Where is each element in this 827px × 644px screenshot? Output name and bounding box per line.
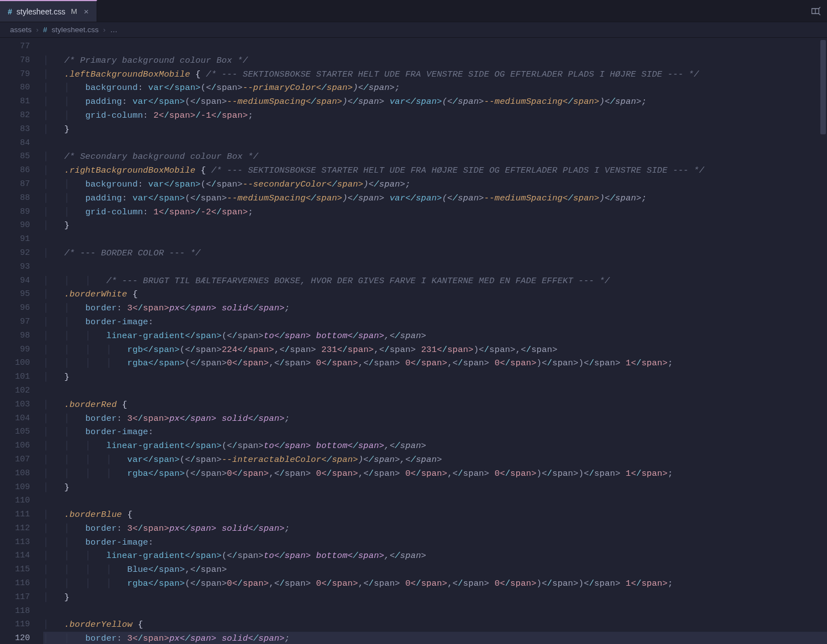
code-line[interactable]: │ │ │ │ rgba</span>(</span>0</span>,</sp… — [43, 356, 827, 370]
code-line[interactable]: │ .borderBlue { — [43, 508, 827, 522]
modified-badge: M — [71, 7, 77, 16]
breadcrumb-segment-file[interactable]: stylesheet.css — [52, 26, 99, 34]
code-line[interactable]: │ │ │ /* --- BRUGT TIL BÆLTEFARVERNES BO… — [43, 274, 827, 288]
code-line[interactable]: │ │ border-image: — [43, 315, 827, 329]
code-line[interactable]: │ .borderYellow { — [43, 618, 827, 632]
editor-window: # stylesheet.css M × assets › # styleshe… — [0, 0, 827, 644]
code-line[interactable]: │ │ │ linear-gradient</span>(</span>to</… — [43, 439, 827, 453]
code-line[interactable]: │ } — [43, 219, 827, 233]
code-line[interactable] — [43, 137, 827, 150]
code-line[interactable]: │ │ │ linear-gradient</span>(</span>to</… — [43, 329, 827, 343]
breadcrumb-segment-assets[interactable]: assets — [10, 26, 32, 34]
code-line[interactable]: │ │ background: var</span>(</span>--prim… — [43, 81, 827, 95]
code-line[interactable]: │ /* Secondary background colour Box */ — [43, 150, 827, 164]
code-line[interactable]: │ │ border: 3</span>px</span> solid</spa… — [43, 522, 827, 536]
vertical-scrollbar[interactable] — [819, 38, 827, 644]
code-line[interactable] — [43, 233, 827, 246]
code-line[interactable]: │ │ │ │ rgb</span>(</span>224</span>,</s… — [43, 343, 827, 357]
code-line[interactable]: │ │ │ │ rgba</span>(</span>0</span>,</sp… — [43, 467, 827, 481]
code-line[interactable]: │ │ │ │ rgba</span>(</span>0</span>,</sp… — [43, 577, 827, 591]
tab-stylesheet-css[interactable]: # stylesheet.css M × — [0, 0, 97, 22]
code-line[interactable]: │ │ padding: var</span>(</span>--mediumS… — [43, 192, 827, 205]
code-line[interactable]: │ │ grid-column: 1</span>/-2</span>; — [43, 205, 827, 219]
code-line[interactable]: │ .rightBackgroundBoxMobile { /* --- SEK… — [43, 164, 827, 178]
code-line[interactable]: │ │ │ │ var</span>(</span>--interactable… — [43, 453, 827, 467]
code-line[interactable]: │ /* Primary background colour Box */ — [43, 54, 827, 68]
code-line[interactable]: │ } — [43, 591, 827, 605]
tab-filename: stylesheet.css — [17, 7, 65, 16]
code-line[interactable]: │ │ padding: var</span>(</span>--mediumS… — [43, 95, 827, 109]
code-line[interactable]: │ } — [43, 481, 827, 495]
chevron-right-icon: › — [103, 26, 106, 34]
code-line[interactable] — [43, 494, 827, 508]
code-line[interactable]: │ │ background: var</span>(</span>--seco… — [43, 178, 827, 192]
close-tab-icon[interactable]: × — [84, 7, 89, 16]
chevron-right-icon: › — [36, 26, 39, 34]
tab-bar: # stylesheet.css M × — [0, 0, 827, 22]
breadcrumb-ellipsis[interactable]: … — [110, 26, 118, 34]
code-line[interactable] — [43, 260, 827, 274]
code-line[interactable]: │ .leftBackgroundBoxMobile { /* --- SEKT… — [43, 68, 827, 82]
css-file-icon: # — [8, 7, 12, 16]
code-line[interactable]: │ │ border-image: — [43, 536, 827, 550]
code-line[interactable] — [43, 384, 827, 398]
code-line[interactable]: │ │ │ linear-gradient</span>(</span>to</… — [43, 549, 827, 563]
code-line[interactable]: │ │ │ │ Blue</span>,</span> — [43, 563, 827, 577]
code-editor[interactable]: 7778798081828384858687888990919293949596… — [0, 38, 827, 644]
code-line[interactable]: │ /* --- BORDER COLOR --- */ — [43, 246, 827, 260]
scrollbar-thumb[interactable] — [820, 40, 826, 134]
breadcrumb[interactable]: assets › # stylesheet.css › … — [0, 22, 827, 38]
css-file-icon: # — [43, 26, 48, 34]
code-line[interactable] — [43, 605, 827, 618]
code-line[interactable]: │ } — [43, 370, 827, 384]
split-editor-icon[interactable] — [810, 6, 820, 16]
code-line[interactable]: │ .borderWhite { — [43, 288, 827, 301]
code-line[interactable] — [43, 40, 827, 54]
code-line[interactable]: │ │ border: 3</span>px</span> solid</spa… — [43, 632, 827, 644]
code-line[interactable]: │ } — [43, 123, 827, 137]
line-number-gutter: 7778798081828384858687888990919293949596… — [0, 38, 38, 644]
code-line[interactable]: │ .borderRed { — [43, 398, 827, 412]
code-line[interactable]: │ │ border-image: — [43, 425, 827, 439]
code-line[interactable]: │ │ border: 3</span>px</span> solid</spa… — [43, 412, 827, 426]
tab-actions — [804, 0, 827, 22]
code-content[interactable]: │ /* Primary background colour Box */│ .… — [38, 38, 827, 644]
code-line[interactable]: │ │ grid-column: 2</span>/-1</span>; — [43, 109, 827, 123]
code-line[interactable]: │ │ border: 3</span>px</span> solid</spa… — [43, 301, 827, 315]
